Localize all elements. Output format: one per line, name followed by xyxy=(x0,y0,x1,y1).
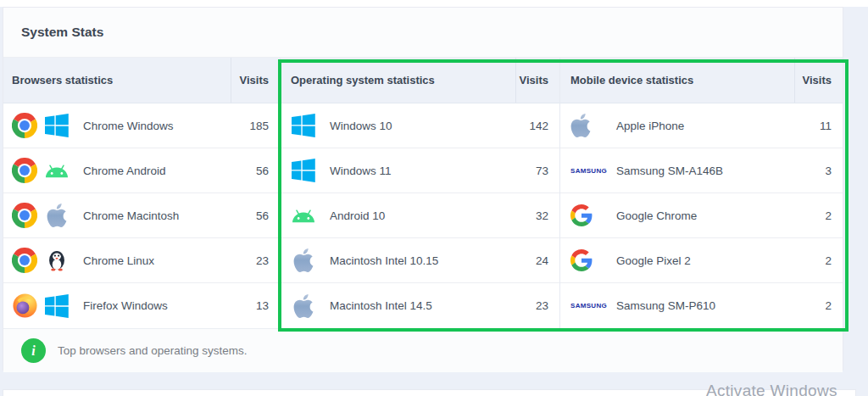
table-header-row: Operating system statisticsVisits xyxy=(281,58,559,103)
row-visits-value: 142 xyxy=(515,120,559,132)
linux-icon xyxy=(44,248,70,273)
table-row: Chrome Linux23 xyxy=(3,238,280,283)
row-label-text: Macintosh Intel 14.5 xyxy=(330,299,432,312)
footer-note: Top browsers and operating systems. xyxy=(58,344,248,357)
row-label-text: Android 10 xyxy=(330,209,385,222)
apple-icon xyxy=(44,203,70,228)
samsung-wordmark: SAMSUNG xyxy=(570,167,607,175)
table-row: Windows 1173 xyxy=(281,148,559,193)
row-label-text: Apple iPhone xyxy=(616,120,684,132)
row-visits-value: 23 xyxy=(515,299,559,312)
google-icon xyxy=(570,248,604,273)
table-header-row: Mobile device statisticsVisits xyxy=(560,58,843,103)
stats-table: Mobile device statisticsVisitsApple iPho… xyxy=(560,58,843,328)
samsung-wordmark: SAMSUNG xyxy=(570,302,607,310)
row-label: Chrome Macintosh xyxy=(3,203,231,228)
windows-icon xyxy=(291,158,316,183)
row-label-text: Chrome Linux xyxy=(83,254,154,267)
row-label-text: Windows 11 xyxy=(330,165,392,177)
row-label: Firefox Windows xyxy=(3,293,231,319)
row-label: Apple iPhone xyxy=(560,113,794,138)
table-header-label: Mobile device statistics xyxy=(560,58,794,103)
card-footer: i Top browsers and operating systems. xyxy=(3,328,843,372)
row-visits-value: 73 xyxy=(515,165,559,177)
row-label-text: Firefox Windows xyxy=(83,299,168,312)
row-label: Android 10 xyxy=(281,203,515,228)
visits-header: Visits xyxy=(231,58,280,103)
row-label-text: Chrome Android xyxy=(83,165,166,177)
row-visits-value: 56 xyxy=(231,209,280,222)
row-label: Chrome Android xyxy=(3,158,231,183)
row-label: Windows 11 xyxy=(281,158,515,183)
chrome-icon xyxy=(12,113,37,138)
samsung-icon: SAMSUNG xyxy=(570,293,604,319)
row-label: SAMSUNGSamsung SM-P610 xyxy=(560,293,794,319)
table-row: Macintosh Intel 14.523 xyxy=(281,283,559,328)
chrome-icon xyxy=(12,248,37,273)
info-icon: i xyxy=(21,338,46,363)
row-visits-value: 24 xyxy=(515,254,559,267)
row-label-text: Windows 10 xyxy=(330,120,392,132)
table-row: Chrome Android56 xyxy=(3,148,280,193)
row-label-text: Samsung SM-A146B xyxy=(616,165,723,177)
table-row: Google Pixel 22 xyxy=(560,238,843,283)
row-visits-value: 13 xyxy=(231,299,280,312)
table-row: Apple iPhone11 xyxy=(560,103,843,148)
apple-icon xyxy=(291,248,316,273)
table-row: Chrome Macintosh56 xyxy=(3,193,280,238)
row-visits-value: 185 xyxy=(231,120,280,132)
windows-icon xyxy=(44,293,70,319)
system-stats-card: System Stats Browsers statisticsVisitsCh… xyxy=(3,7,843,371)
page: System Stats Browsers statisticsVisitsCh… xyxy=(0,0,868,396)
android-icon xyxy=(44,158,70,183)
row-visits-value: 2 xyxy=(794,299,843,312)
table-row: Chrome Windows185 xyxy=(3,103,280,148)
page-title: System Stats xyxy=(3,8,843,58)
table-row: Google Chrome2 xyxy=(560,193,843,238)
row-label-text: Chrome Windows xyxy=(83,120,174,132)
table-row: Windows 10142 xyxy=(281,103,559,148)
table-row: Firefox Windows13 xyxy=(3,283,280,328)
row-label: Macintosh Intel 14.5 xyxy=(281,293,515,319)
row-visits-value: 11 xyxy=(794,120,843,132)
top-strip xyxy=(0,0,868,7)
windows-icon xyxy=(291,113,316,138)
table-header-label: Browsers statistics xyxy=(3,58,231,103)
apple-icon xyxy=(291,293,316,319)
row-label: Google Pixel 2 xyxy=(560,248,794,273)
row-label-text: Macintosh Intel 10.15 xyxy=(330,254,438,267)
stats-table: Browsers statisticsVisitsChrome Windows1… xyxy=(3,58,281,328)
row-visits-value: 56 xyxy=(231,165,280,177)
row-label: SAMSUNGSamsung SM-A146B xyxy=(560,158,794,183)
activate-windows-watermark: Activate Windows xyxy=(706,382,837,396)
row-visits-value: 2 xyxy=(794,254,843,267)
row-label: Chrome Linux xyxy=(3,248,231,273)
table-row: SAMSUNGSamsung SM-A146B3 xyxy=(560,148,843,193)
visits-header: Visits xyxy=(794,58,843,103)
table-row: Android 1032 xyxy=(281,193,559,238)
firefox-icon xyxy=(12,293,37,319)
row-label-text: Google Pixel 2 xyxy=(616,254,691,267)
row-label: Macintosh Intel 10.15 xyxy=(281,248,515,273)
chrome-icon xyxy=(12,158,37,183)
chrome-icon xyxy=(12,203,37,228)
google-icon xyxy=(570,203,604,228)
table-row: Macintosh Intel 10.1524 xyxy=(281,238,559,283)
row-label: Chrome Windows xyxy=(3,113,231,138)
table-row: SAMSUNGSamsung SM-P6102 xyxy=(560,283,843,328)
visits-header: Visits xyxy=(515,58,559,103)
row-label-text: Google Chrome xyxy=(616,209,697,222)
apple-icon xyxy=(570,113,604,138)
row-visits-value: 32 xyxy=(515,209,559,222)
row-visits-value: 3 xyxy=(794,165,843,177)
android-icon xyxy=(291,203,316,228)
table-header-row: Browsers statisticsVisits xyxy=(3,58,280,103)
row-label: Windows 10 xyxy=(281,113,515,138)
table-header-label: Operating system statistics xyxy=(281,58,515,103)
row-label: Google Chrome xyxy=(560,203,794,228)
stats-tables: Browsers statisticsVisitsChrome Windows1… xyxy=(3,58,843,328)
windows-icon xyxy=(44,113,70,138)
row-label-text: Chrome Macintosh xyxy=(83,209,179,222)
row-label-text: Samsung SM-P610 xyxy=(616,299,715,312)
row-visits-value: 2 xyxy=(794,209,843,222)
